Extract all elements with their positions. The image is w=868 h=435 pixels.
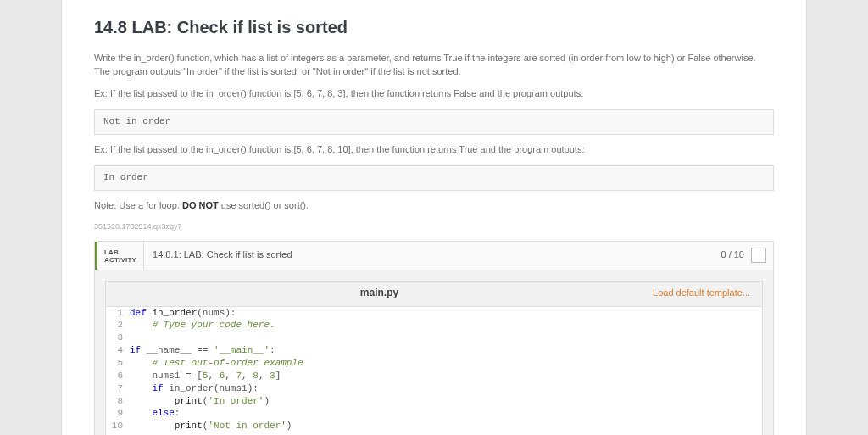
example-output-box: In order [94, 165, 774, 191]
lab-tag-line: ACTIVITY [104, 257, 136, 264]
line-number: 1 [106, 307, 130, 320]
code-line[interactable]: 9 else: [106, 407, 762, 420]
note-emphasis: DO NOT [182, 200, 219, 210]
line-number: 2 [106, 319, 130, 332]
editor-area: main.py Load default template... 1def in… [95, 270, 773, 435]
instructions-block: Write the in_order() function, which has… [94, 52, 774, 213]
note-text: use sorted() or sort(). [219, 200, 309, 210]
code-line[interactable]: 10 print('Not in order') [106, 420, 762, 432]
code-text[interactable]: nums1 = [5, 6, 7, 8, 3] [130, 370, 762, 382]
line-number: 5 [106, 357, 130, 370]
code-editor[interactable]: 1def in_order(nums):2 # Type your code h… [105, 306, 763, 435]
score-text: 0 / 10 [721, 248, 744, 262]
page-title: 14.8 LAB: Check if list is sorted [94, 15, 774, 40]
line-number: 7 [106, 382, 130, 395]
lab-activity-tag: LAB ACTIVITY [95, 242, 143, 270]
code-line[interactable]: 3 [106, 332, 762, 344]
instruction-paragraph: Write the in_order() function, which has… [94, 52, 774, 79]
code-line[interactable]: 5 # Test out-of-order example [106, 357, 762, 370]
line-number: 10 [106, 420, 130, 432]
page-container: 14.8 LAB: Check if list is sorted Write … [61, 0, 807, 435]
example-intro: Ex: If the list passed to the in_order()… [94, 87, 774, 101]
load-default-template-link[interactable]: Load default template... [653, 287, 762, 300]
line-number: 9 [106, 407, 130, 420]
score-toggle-box[interactable] [751, 248, 766, 263]
code-text[interactable]: print('Not in order') [130, 420, 762, 432]
code-line[interactable]: 7 if in_order(nums1): [106, 382, 762, 395]
editor-tabbar: main.py Load default template... [105, 281, 763, 306]
lab-score: 0 / 10 [714, 242, 773, 270]
editor-filename: main.py [106, 286, 653, 300]
line-number: 6 [106, 370, 130, 382]
code-line[interactable]: 6 nums1 = [5, 6, 7, 8, 3] [106, 370, 762, 382]
line-number: 3 [106, 332, 130, 344]
code-line[interactable]: 4if __name__ == '__main__': [106, 344, 762, 357]
code-line[interactable]: 1def in_order(nums): [106, 307, 762, 320]
code-line[interactable]: 8 print('In order') [106, 395, 762, 408]
tracker-code: 351520.1732514.qx3zqy7 [94, 221, 774, 232]
line-number: 8 [106, 395, 130, 408]
code-text[interactable]: def in_order(nums): [130, 307, 762, 320]
lab-activity-panel: LAB ACTIVITY 14.8.1: LAB: Check if list … [94, 241, 774, 435]
code-text[interactable]: if __name__ == '__main__': [130, 344, 762, 357]
code-text[interactable]: if in_order(nums1): [130, 382, 762, 395]
code-text[interactable]: # Type your code here. [130, 319, 762, 332]
code-line[interactable]: 2 # Type your code here. [106, 319, 762, 332]
note-text: Note: Use a for loop. [94, 200, 182, 210]
lab-topbar: LAB ACTIVITY 14.8.1: LAB: Check if list … [95, 242, 773, 270]
code-text[interactable]: # Test out-of-order example [130, 357, 762, 370]
code-text[interactable]: else: [130, 407, 762, 420]
code-text[interactable] [130, 332, 762, 344]
lab-activity-name: 14.8.1: LAB: Check if list is sorted [143, 242, 714, 270]
example-output-box: Not in order [94, 109, 774, 135]
code-text[interactable]: print('In order') [130, 395, 762, 408]
note-paragraph: Note: Use a for loop. DO NOT use sorted(… [94, 199, 774, 213]
example-intro: Ex: If the list passed to the in_order()… [94, 143, 774, 157]
line-number: 4 [106, 344, 130, 357]
